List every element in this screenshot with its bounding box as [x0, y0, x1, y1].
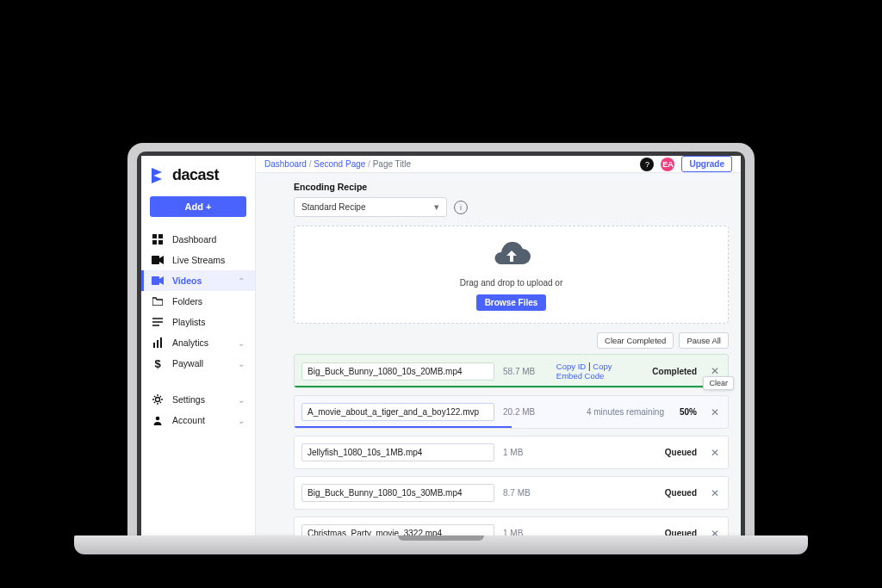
svg-rect-0 — [152, 234, 157, 238]
upload-row: Big_Buck_Bunny_1080_10s_30MB.mp4 8.7 MB … — [294, 476, 729, 510]
dropzone-text: Drag and drop to upload or — [460, 278, 563, 288]
sidebar-item-playlists[interactable]: Playlists — [141, 312, 255, 332]
breadcrumb-second[interactable]: Second Page — [314, 159, 365, 169]
nav-secondary: Settings ⌄ Account ⌄ — [141, 386, 255, 434]
sidebar-item-settings[interactable]: Settings ⌄ — [141, 389, 255, 410]
content: Encoding Recipe Standard Recipe ▾ i — [256, 173, 741, 539]
sidebar-item-label: Playlists — [172, 317, 245, 327]
laptop-bezel: dacast Add + Dashboard — [127, 143, 755, 539]
topbar: Dashboard / Second Page / Page Title ? E… — [256, 156, 741, 173]
dollar-icon: $ — [152, 358, 164, 368]
svg-rect-8 — [160, 337, 162, 348]
sidebar-item-label: Videos — [172, 275, 229, 286]
analytics-icon — [152, 337, 164, 348]
sidebar-item-account[interactable]: Account ⌄ — [141, 410, 255, 430]
upload-filename: Jellyfish_1080_10s_1MB.mp4 — [301, 443, 494, 461]
svg-rect-2 — [152, 240, 157, 244]
sidebar-item-label: Analytics — [172, 337, 229, 348]
svg-point-9 — [156, 398, 160, 402]
svg-rect-7 — [157, 340, 158, 348]
dashboard-icon — [152, 234, 164, 244]
chevron-down-icon: ⌄ — [238, 359, 245, 368]
upload-size: 20.2 MB — [503, 407, 550, 417]
copy-id-link[interactable]: Copy ID — [556, 362, 586, 371]
clear-tooltip: Clear — [703, 376, 734, 390]
sidebar: dacast Add + Dashboard — [141, 156, 256, 539]
sidebar-item-folders[interactable]: Folders — [141, 291, 255, 312]
sidebar-item-label: Live Streams — [172, 255, 245, 265]
brand-name: dacast — [172, 166, 219, 184]
folder-icon — [152, 296, 164, 306]
app-root: dacast Add + Dashboard — [141, 156, 741, 539]
breadcrumb-root[interactable]: Dashboard — [264, 159, 307, 169]
upload-status: Queued — [665, 448, 697, 457]
chevron-down-icon: ⌄ — [238, 395, 245, 405]
svg-rect-4 — [152, 256, 159, 264]
upload-size: 1 MB — [503, 448, 550, 457]
sidebar-item-label: Paywall — [172, 358, 229, 368]
add-button[interactable]: Add + — [150, 196, 246, 217]
upload-row: Big_Buck_Bunny_1080_10s_20MB.mp4 58.7 MB… — [294, 354, 729, 388]
sidebar-item-label: Account — [172, 415, 229, 425]
avatar[interactable]: EA — [661, 158, 674, 171]
chevron-down-icon: ⌄ — [238, 338, 245, 348]
close-icon[interactable]: ✕ — [711, 407, 719, 418]
sidebar-item-dashboard[interactable]: Dashboard — [141, 229, 255, 250]
pause-all-button[interactable]: Pause All — [679, 332, 729, 349]
svg-point-10 — [156, 417, 160, 421]
encoding-recipe-select[interactable]: Standard Recipe ▾ — [294, 197, 447, 217]
upload-row: A_movie_about_a_tiger_and_a_boy122.mvp 2… — [294, 395, 729, 429]
browse-files-button[interactable]: Browse Files — [476, 294, 547, 311]
sidebar-item-analytics[interactable]: Analytics ⌄ — [141, 332, 255, 353]
camera-icon — [152, 275, 164, 286]
upload-filename: Big_Buck_Bunny_1080_10s_30MB.mp4 — [301, 484, 494, 502]
upload-status: Completed — [652, 367, 697, 376]
nav-primary: Dashboard Live Streams Vid — [141, 226, 255, 377]
upload-status: Queued — [665, 488, 697, 498]
main: Dashboard / Second Page / Page Title ? E… — [256, 156, 741, 539]
upload-filename: A_movie_about_a_tiger_and_a_boy122.mvp — [301, 403, 494, 421]
upload-dropzone[interactable]: Drag and drop to upload or Browse Files — [294, 226, 729, 324]
upload-row: Jellyfish_1080_10s_1MB.mp4 1 MB Queued ✕ — [294, 436, 729, 469]
playlist-icon — [152, 317, 164, 327]
help-icon[interactable]: ? — [640, 158, 654, 171]
svg-rect-5 — [152, 276, 159, 285]
close-icon[interactable]: ✕ — [711, 448, 719, 458]
sidebar-item-label: Folders — [172, 296, 245, 306]
cloud-upload-icon — [492, 242, 531, 271]
encoding-recipe-label: Encoding Recipe — [294, 182, 729, 192]
upload-filename: Big_Buck_Bunny_1080_10s_20MB.mp4 — [301, 362, 494, 381]
sidebar-item-label: Settings — [172, 394, 229, 405]
breadcrumb-current: Page Title — [373, 159, 411, 169]
upload-size: 8.7 MB — [503, 488, 550, 498]
upload-list: Big_Buck_Bunny_1080_10s_20MB.mp4 58.7 MB… — [294, 354, 729, 539]
svg-rect-1 — [158, 234, 163, 238]
brand-logo: dacast — [141, 156, 255, 191]
svg-rect-3 — [158, 240, 163, 244]
close-icon[interactable]: ✕ — [711, 366, 719, 376]
info-icon[interactable]: i — [454, 201, 468, 214]
clear-completed-button[interactable]: Clear Completed — [597, 332, 674, 349]
svg-rect-6 — [153, 343, 155, 348]
encoding-recipe-value: Standard Recipe — [301, 202, 366, 212]
gear-icon — [152, 394, 164, 405]
upload-size: 58.7 MB — [503, 367, 539, 376]
camera-icon — [152, 255, 164, 265]
sidebar-item-live-streams[interactable]: Live Streams — [141, 250, 255, 270]
person-icon — [152, 415, 164, 425]
sidebar-item-videos[interactable]: Videos ⌃ — [141, 270, 255, 291]
chevron-down-icon: ⌄ — [238, 416, 245, 425]
upload-progress: 50% — [680, 407, 697, 417]
chevron-up-icon: ⌃ — [238, 276, 245, 286]
upload-remaining: 4 minutes remaining — [587, 407, 664, 417]
dacast-logo-icon — [152, 168, 169, 183]
laptop-base — [74, 535, 808, 554]
upgrade-button[interactable]: Upgrade — [681, 156, 732, 172]
close-icon[interactable]: ✕ — [711, 488, 719, 498]
chevron-down-icon: ▾ — [434, 201, 439, 213]
sidebar-item-label: Dashboard — [172, 234, 245, 244]
sidebar-item-paywall[interactable]: $ Paywall ⌄ — [141, 353, 255, 374]
breadcrumb: Dashboard / Second Page / Page Title — [264, 159, 411, 169]
